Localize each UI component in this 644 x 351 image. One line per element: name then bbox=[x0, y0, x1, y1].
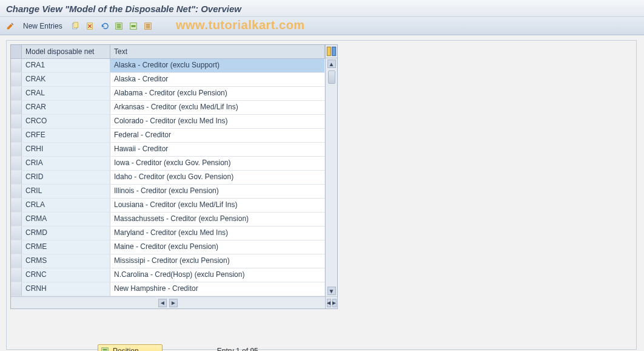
table-row: CRAKAlaska - Creditor bbox=[11, 73, 325, 87]
cell-text[interactable]: Alabama - Creditor (exclu Pension) bbox=[110, 87, 325, 100]
footer: Position... Entry 1 of 95 bbox=[98, 344, 258, 351]
cell-text[interactable]: Illinois - Creditor (exclu Pension) bbox=[110, 185, 325, 198]
scroll-right2-icon[interactable]: ► bbox=[332, 299, 337, 307]
row-selector[interactable] bbox=[11, 282, 22, 296]
scroll-left-icon[interactable]: ◄ bbox=[158, 299, 167, 307]
select-block-icon[interactable] bbox=[128, 21, 139, 32]
scroll-up-icon[interactable]: ▲ bbox=[327, 60, 336, 68]
row-selector[interactable] bbox=[11, 87, 22, 100]
scroll-right-icon[interactable]: ► bbox=[169, 299, 178, 307]
cell-model[interactable]: CRCO bbox=[22, 115, 110, 128]
cell-text[interactable]: New Hampshire - Creditor bbox=[110, 282, 325, 296]
table-row: CRA1Alaska - Creditor (exclu Support) bbox=[11, 59, 325, 73]
row-selector[interactable] bbox=[11, 254, 22, 268]
entry-info: Entry 1 of 95 bbox=[217, 347, 258, 351]
cell-model[interactable]: CRAL bbox=[22, 87, 110, 100]
cell-text[interactable]: N.Carolina - Cred(Hosp) (exclu Pension) bbox=[110, 268, 325, 282]
cell-text[interactable]: Alaska - Creditor (exclu Support) bbox=[110, 59, 325, 72]
row-selector[interactable] bbox=[11, 213, 22, 226]
outline-panel: Model disposable net Text CRA1Alaska - C… bbox=[6, 40, 637, 350]
cell-model[interactable]: CRMA bbox=[22, 213, 110, 226]
cell-model[interactable]: CRNC bbox=[22, 268, 110, 282]
cell-model[interactable]: CRID bbox=[22, 171, 110, 184]
svg-rect-8 bbox=[131, 25, 135, 27]
cell-model[interactable]: CRFE bbox=[22, 129, 110, 142]
cell-model[interactable]: CRHI bbox=[22, 143, 110, 156]
svg-rect-11 bbox=[146, 26, 150, 27]
svg-rect-5 bbox=[116, 26, 121, 27]
scroll-thumb[interactable] bbox=[328, 70, 335, 84]
row-selector[interactable] bbox=[11, 185, 22, 198]
row-selector[interactable] bbox=[11, 199, 22, 212]
row-selector[interactable] bbox=[11, 171, 22, 184]
cell-model[interactable]: CRMS bbox=[22, 254, 110, 268]
row-selector[interactable] bbox=[11, 268, 22, 282]
deselect-icon[interactable] bbox=[143, 21, 153, 32]
row-selector[interactable] bbox=[11, 129, 22, 142]
cell-model[interactable]: CRAK bbox=[22, 73, 110, 86]
cell-text[interactable]: Iowa - Creditor (exclu Gov. Pension) bbox=[110, 157, 325, 170]
cell-text[interactable]: Maine - Creditor (exclu Pension) bbox=[110, 240, 325, 254]
toolbar: New Entries www.tutorialkart.com bbox=[0, 17, 644, 35]
grid-header: Model disposable net Text bbox=[11, 45, 325, 59]
row-selector[interactable] bbox=[11, 157, 22, 170]
copy-icon[interactable] bbox=[70, 21, 81, 32]
svg-rect-14 bbox=[332, 47, 336, 55]
position-button[interactable]: Position... bbox=[98, 344, 163, 351]
row-selector[interactable] bbox=[11, 227, 22, 240]
cell-text[interactable]: Mississipi - Creditor (exclu Pension) bbox=[110, 254, 325, 268]
cell-model[interactable]: CRA1 bbox=[22, 59, 110, 72]
cell-text[interactable]: Colorado - Creditor (exclu Med Ins) bbox=[110, 115, 325, 128]
page-title: Change View "Model of the Disposable Net… bbox=[0, 0, 644, 17]
table-row: CRNCN.Carolina - Cred(Hosp) (exclu Pensi… bbox=[11, 268, 325, 282]
cell-text[interactable]: Massachussets - Creditor (exclu Pension) bbox=[110, 213, 325, 226]
svg-rect-4 bbox=[116, 24, 121, 25]
cell-model[interactable]: CRME bbox=[22, 240, 110, 254]
cell-model[interactable]: CRIL bbox=[22, 185, 110, 198]
table-row: CRIAIowa - Creditor (exclu Gov. Pension) bbox=[11, 157, 325, 171]
table-row: CRILIllinois - Creditor (exclu Pension) bbox=[11, 185, 325, 199]
column-header-model[interactable]: Model disposable net bbox=[22, 45, 110, 58]
svg-rect-16 bbox=[103, 349, 107, 351]
cell-model[interactable]: CRMD bbox=[22, 227, 110, 240]
table-row: CRMDMaryland - Creditor (exclu Med Ins) bbox=[11, 227, 325, 240]
table-row: CRMAMassachussets - Creditor (exclu Pens… bbox=[11, 213, 325, 227]
table-row: CRHIHawaii - Creditor bbox=[11, 143, 325, 157]
svg-rect-1 bbox=[73, 22, 78, 27]
cell-text[interactable]: Hawaii - Creditor bbox=[110, 143, 325, 156]
svg-rect-10 bbox=[146, 24, 150, 25]
scroll-left2-icon[interactable]: ◄ bbox=[327, 299, 331, 307]
table-row: CRMSMississipi - Creditor (exclu Pension… bbox=[11, 254, 325, 268]
delete-icon[interactable] bbox=[84, 21, 95, 32]
row-selector[interactable] bbox=[11, 101, 22, 114]
row-selector[interactable] bbox=[11, 73, 22, 86]
row-selector[interactable] bbox=[11, 115, 22, 128]
row-selector[interactable] bbox=[11, 59, 22, 72]
cell-text[interactable]: Federal - Creditor bbox=[110, 129, 325, 142]
svg-rect-12 bbox=[146, 27, 150, 28]
cell-model[interactable]: CRLA bbox=[22, 199, 110, 212]
cell-text[interactable]: Alaska - Creditor bbox=[110, 73, 325, 86]
row-selector[interactable] bbox=[11, 240, 22, 254]
position-label: Position... bbox=[113, 347, 145, 351]
grid-body: CRA1Alaska - Creditor (exclu Support)CRA… bbox=[11, 59, 325, 296]
table-row: CRIDIdaho - Creditor (exclu Gov. Pension… bbox=[11, 171, 325, 185]
scroll-down-icon[interactable]: ▼ bbox=[327, 287, 336, 295]
cell-model[interactable]: CRIA bbox=[22, 157, 110, 170]
cell-text[interactable]: Idaho - Creditor (exclu Gov. Pension) bbox=[110, 171, 325, 184]
cell-text[interactable]: Lousiana - Creditor (exclu Med/Lif Ins) bbox=[110, 199, 325, 212]
cell-text[interactable]: Maryland - Creditor (exclu Med Ins) bbox=[110, 227, 325, 240]
select-all-icon[interactable] bbox=[113, 21, 124, 32]
table-row: CRCOColorado - Creditor (exclu Med Ins) bbox=[11, 115, 325, 129]
undo-icon[interactable] bbox=[99, 21, 110, 32]
position-icon bbox=[101, 347, 109, 351]
row-selector[interactable] bbox=[11, 143, 22, 156]
new-entries-button[interactable]: New Entries bbox=[19, 22, 66, 30]
cell-model[interactable]: CRAR bbox=[22, 101, 110, 114]
change-icon[interactable] bbox=[5, 21, 16, 32]
grid-config-icon[interactable] bbox=[326, 45, 337, 58]
column-header-text[interactable]: Text bbox=[110, 45, 325, 58]
cell-model[interactable]: CRNH bbox=[22, 282, 110, 296]
cell-text[interactable]: Arkansas - Creditor (exclu Med/Lif Ins) bbox=[110, 101, 325, 114]
row-selector-header[interactable] bbox=[11, 45, 22, 58]
